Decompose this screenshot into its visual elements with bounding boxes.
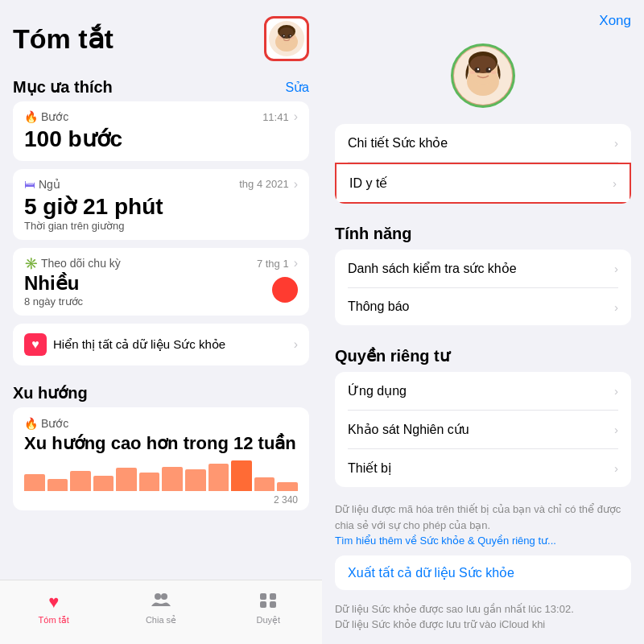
heart-icon: ♥	[24, 333, 47, 356]
profile-avatar[interactable]	[451, 43, 515, 108]
svg-point-21	[470, 56, 496, 73]
sleep-icon: 🛏	[24, 178, 35, 191]
close-button[interactable]: Xong	[599, 13, 631, 29]
notifications-item[interactable]: Thông báo ›	[335, 288, 631, 325]
tab-summary[interactable]: ♥ Tóm tắt	[0, 592, 107, 625]
trends-header: Xu hướng	[13, 374, 309, 407]
trend-card[interactable]: 🔥 Bước Xu hướng cao hơn trong 12 tuần 2 …	[13, 407, 309, 510]
apps-chevron: ›	[614, 384, 618, 398]
show-all-row[interactable]: ♥ Hiển thị tất cả dữ liệu Sức khỏe ›	[13, 324, 309, 365]
page-title: Tóm tắt	[13, 23, 114, 55]
heart-tab-icon: ♥	[48, 592, 59, 613]
right-panel: Xong	[322, 0, 644, 644]
svg-rect-15	[260, 601, 266, 608]
edit-button[interactable]: Sửa	[285, 80, 309, 95]
privacy-title: Quyền riêng tư	[335, 333, 631, 372]
trend-fire-icon: 🔥	[24, 417, 38, 430]
health-detail-item[interactable]: Chi tiết Sức khỏe ›	[335, 124, 631, 162]
people-tab-icon	[151, 592, 171, 613]
cycle-label: Theo dõi chu kỳ	[41, 257, 121, 270]
tab-bar: ♥ Tóm tắt Chia sẻ Duy	[0, 580, 322, 644]
tab-share-label: Chia sẻ	[146, 615, 176, 625]
trend-count: 2 340	[24, 494, 298, 506]
notifications-text: Thông báo	[348, 299, 410, 314]
tab-share[interactable]: Chia sẻ	[107, 592, 214, 625]
bar-chart	[24, 460, 298, 493]
svg-point-10	[291, 37, 295, 39]
profile-section	[322, 35, 644, 124]
export-button[interactable]: Xuất tất cả dữ liệu Sức khỏe	[335, 555, 631, 590]
checklist-item[interactable]: Danh sách kiểm tra sức khỏe ›	[335, 250, 631, 287]
left-header: Tóm tắt	[0, 0, 322, 68]
bar-3	[70, 471, 91, 491]
bar-4	[93, 476, 114, 491]
favorites-header: Mục ưa thích Sửa	[13, 68, 309, 101]
steps-card: 🔥 Bước 11:41 › 100 bước	[13, 101, 309, 161]
info-link[interactable]: Tìm hiểu thêm về Sức khỏe & Quyền riêng …	[335, 535, 556, 547]
info-main-text: Dữ liệu được mã hóa trên thiết bị của bạ…	[335, 503, 621, 531]
sleep-value: 5 giờ 21 phút	[24, 193, 298, 221]
trends-title: Xu hướng	[13, 383, 88, 402]
show-all-chevron: ›	[294, 337, 298, 352]
medical-id-item[interactable]: ID y tế ›	[335, 163, 631, 204]
svg-point-26	[470, 71, 476, 74]
sleep-label: Ngủ	[39, 178, 60, 191]
svg-point-12	[161, 593, 167, 600]
sleep-time: thg 4 2021	[239, 178, 288, 190]
sleep-card: 🛏 Ngủ thg 4 2021 › 5 giờ 21 phút Thời gi…	[13, 169, 309, 241]
right-header: Xong	[322, 0, 644, 35]
research-chevron: ›	[614, 423, 618, 436]
steps-label: Bước	[41, 110, 68, 123]
info-text: Dữ liệu được mã hóa trên thiết bị của bạ…	[335, 495, 631, 555]
bar-2	[47, 479, 68, 491]
health-detail-text: Chi tiết Sức khỏe	[348, 135, 448, 151]
svg-point-9	[279, 37, 283, 39]
device-text: Thiết bị	[348, 460, 391, 476]
checklist-chevron: ›	[614, 262, 618, 275]
bar-6	[139, 473, 160, 491]
top-menu-card: Chi tiết Sức khỏe › ID y tế ›	[335, 124, 631, 204]
sleep-sub: Thời gian trên giường	[24, 220, 298, 232]
bar-10	[231, 460, 252, 491]
notifications-chevron: ›	[614, 300, 618, 314]
cycle-icon: ✳️	[24, 257, 38, 270]
svg-point-7	[283, 35, 285, 37]
sleep-row[interactable]: 🛏 Ngủ thg 4 2021 › 5 giờ 21 phút Thời gi…	[13, 169, 309, 241]
svg-point-27	[491, 71, 497, 74]
checklist-text: Danh sách kiểm tra sức khỏe	[348, 261, 517, 276]
cycle-row[interactable]: ✳️ Theo dõi chu kỳ 7 thg 1 › Nhiều 8 ngà…	[13, 248, 309, 316]
medical-id-chevron: ›	[613, 176, 617, 190]
sleep-chevron: ›	[294, 177, 298, 192]
backup-text-2: Dữ liệu Sức khỏe được lưu trữ vào iCloud…	[335, 618, 545, 630]
bar-7	[162, 467, 183, 491]
cycle-value: Nhiều	[24, 272, 83, 295]
device-item[interactable]: Thiết bị ›	[335, 449, 631, 487]
svg-point-8	[290, 35, 291, 37]
tab-browse[interactable]: Duyệt	[215, 592, 322, 625]
steps-row[interactable]: 🔥 Bước 11:41 › 100 bước	[13, 101, 309, 161]
show-all-text: Hiển thị tất cả dữ liệu Sức khỏe	[53, 337, 225, 352]
left-content: Mục ưa thích Sửa 🔥 Bước 11:41 › 100 bước	[0, 68, 322, 580]
apps-text: Ứng dụng	[348, 383, 407, 398]
trend-steps-label: Bước	[41, 417, 68, 430]
steps-value: 100 bước	[24, 126, 298, 153]
research-text: Khảo sát Nghiên cứu	[348, 422, 469, 437]
left-panel: Tóm tắt Mục ưa thích Sửa	[0, 0, 322, 644]
backup-text: Dữ liệu Sức khỏe được sao lưu gần nhất l…	[335, 598, 631, 636]
trend-value: Xu hướng cao hơn trong 12 tuần	[24, 433, 298, 454]
profile-memoji	[453, 46, 513, 105]
bar-12	[277, 482, 298, 491]
cycle-time: 7 thg 1	[257, 258, 289, 270]
show-all-card[interactable]: ♥ Hiển thị tất cả dữ liệu Sức khỏe ›	[13, 324, 309, 365]
svg-rect-16	[270, 601, 276, 608]
research-item[interactable]: Khảo sát Nghiên cứu ›	[335, 411, 631, 448]
cycle-chevron: ›	[294, 256, 298, 270]
avatar-button[interactable]	[264, 16, 309, 61]
svg-rect-14	[270, 593, 276, 600]
svg-point-25	[489, 68, 490, 70]
apps-item[interactable]: Ứng dụng ›	[335, 372, 631, 410]
privacy-card: Ứng dụng › Khảo sát Nghiên cứu › Thiết b…	[335, 372, 631, 487]
favorites-title: Mục ưa thích	[13, 77, 113, 97]
svg-point-23	[486, 68, 492, 73]
bar-8	[185, 469, 206, 491]
